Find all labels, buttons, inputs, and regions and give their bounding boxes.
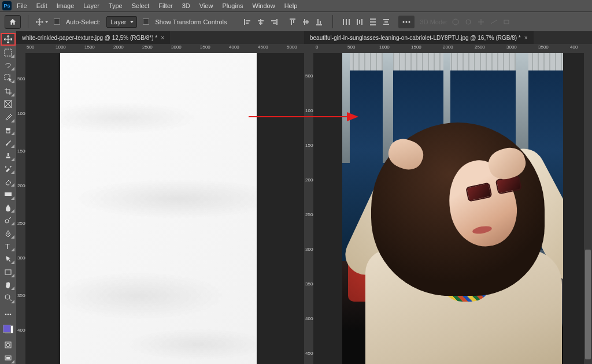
pen-tool[interactable] — [1, 227, 15, 239]
home-button[interactable] — [5, 15, 21, 29]
clone-stamp-tool[interactable] — [1, 150, 15, 161]
menu-select[interactable]: Select — [128, 1, 154, 10]
align-group-1 — [241, 16, 280, 28]
document-tabbar-right: beautiful-girl-in-sunglasses-leaning-on-… — [304, 31, 592, 44]
main-menubar: Ps File Edit Image Layer Type Select Fil… — [0, 0, 592, 12]
3d-pan-icon[interactable] — [476, 17, 486, 27]
scrollbar-vertical-right[interactable] — [584, 53, 592, 364]
align-top-edges-icon[interactable] — [286, 16, 299, 28]
align-vertical-centers-icon[interactable] — [299, 16, 312, 28]
svg-rect-29 — [383, 24, 389, 25]
ruler-tick: 3500 — [200, 44, 210, 50]
brush-tool[interactable] — [1, 137, 15, 148]
ruler-vertical-left[interactable]: 500 1000 1500 2000 2500 3000 3500 4000 — [16, 53, 25, 364]
show-transform-checkbox[interactable] — [143, 18, 149, 25]
object-selection-tool[interactable] — [1, 72, 15, 84]
rectangle-tool[interactable] — [1, 266, 15, 277]
canvas-right[interactable] — [313, 53, 584, 364]
app-logo-icon[interactable]: Ps — [2, 1, 12, 10]
distribute-vertical-icon[interactable] — [367, 16, 379, 28]
svg-rect-7 — [271, 20, 276, 21]
auto-select-target-select[interactable]: Layer — [106, 16, 138, 28]
svg-rect-17 — [320, 21, 321, 24]
align-left-edges-icon[interactable] — [241, 16, 254, 28]
foreground-background-color[interactable] — [3, 325, 13, 333]
ruler-vertical-right[interactable]: 500 1000 1500 2000 2500 3000 3500 4000 4… — [304, 53, 313, 364]
ruler-tick: 4500 — [258, 44, 268, 50]
align-horizontal-centers-icon[interactable] — [254, 16, 267, 28]
hand-tool[interactable] — [1, 279, 15, 291]
svg-rect-53 — [6, 357, 10, 359]
svg-rect-18 — [343, 19, 344, 25]
svg-rect-15 — [316, 24, 322, 25]
move-tool-preset[interactable] — [35, 16, 48, 28]
auto-select-checkbox[interactable] — [54, 18, 60, 25]
foreground-color-swatch[interactable] — [3, 325, 11, 333]
crop-tool[interactable] — [1, 85, 15, 96]
distribute-vertical-centers-icon[interactable] — [380, 16, 393, 28]
separator — [28, 15, 28, 28]
3d-orbit-icon[interactable] — [451, 17, 460, 27]
horizontal-type-tool[interactable]: T — [1, 240, 15, 252]
document-tab-right[interactable]: beautiful-girl-in-sunglasses-leaning-on-… — [304, 31, 534, 44]
3d-mode-label: 3D Mode: — [420, 18, 448, 25]
distribute-horizontal-icon[interactable] — [340, 16, 353, 28]
3d-roll-icon[interactable] — [464, 17, 473, 27]
svg-rect-5 — [259, 23, 262, 24]
svg-point-42 — [5, 220, 9, 223]
toolbar: T — [0, 31, 16, 364]
menu-window[interactable]: Window — [249, 1, 279, 10]
ruler-tick: 2000 — [113, 44, 124, 50]
spot-healing-brush-tool[interactable] — [1, 124, 15, 136]
3d-zoom-icon[interactable] — [502, 17, 511, 27]
align-bottom-edges-icon[interactable] — [313, 16, 325, 28]
ruler-horizontal-left[interactable]: 500 1000 1500 2000 2500 3000 3500 4000 4… — [16, 44, 304, 53]
svg-rect-45 — [5, 270, 11, 274]
menu-plugins[interactable]: Plugins — [218, 1, 247, 10]
eraser-tool[interactable] — [1, 176, 15, 187]
edit-toolbar-button[interactable] — [1, 309, 15, 320]
svg-point-32 — [408, 21, 410, 23]
more-options-button[interactable] — [398, 16, 415, 28]
zoom-tool[interactable] — [1, 292, 15, 303]
separator — [332, 15, 333, 28]
document-tab-left[interactable]: white-crinkled-paper-texture.jpg @ 12,5%… — [16, 31, 170, 44]
history-brush-tool[interactable] — [1, 163, 15, 174]
svg-point-51 — [6, 343, 10, 347]
quick-mask-toggle[interactable] — [1, 339, 15, 351]
menu-filter[interactable]: Filter — [154, 1, 176, 10]
auto-select-label: Auto-Select: — [66, 18, 101, 25]
paper-texture-image — [60, 53, 257, 364]
menu-layer[interactable]: Layer — [79, 1, 103, 10]
menu-help[interactable]: Help — [280, 1, 302, 10]
svg-rect-35 — [5, 49, 12, 56]
close-tab-icon[interactable]: × — [161, 35, 164, 41]
distribute-horizontal-centers-icon[interactable] — [353, 16, 366, 28]
menu-view[interactable]: View — [195, 1, 217, 10]
3d-slide-icon[interactable] — [489, 17, 498, 27]
path-selection-tool[interactable] — [1, 253, 15, 265]
gradient-tool[interactable] — [1, 188, 15, 200]
menu-file[interactable]: File — [13, 1, 31, 10]
lasso-tool[interactable] — [1, 60, 15, 71]
move-tool[interactable] — [1, 34, 15, 45]
menu-edit[interactable]: Edit — [32, 1, 51, 10]
rectangular-marquee-tool[interactable] — [1, 46, 15, 58]
align-right-edges-icon[interactable] — [268, 16, 280, 28]
close-tab-icon[interactable]: × — [524, 35, 528, 41]
svg-rect-34 — [504, 20, 509, 24]
document-tab-right-title: beautiful-girl-in-sunglasses-leaning-on-… — [310, 35, 521, 41]
screen-mode-toggle[interactable] — [1, 352, 15, 364]
svg-point-47 — [5, 313, 7, 315]
workspace: T white-crinkled-paper-texture.jpg @ 12,… — [0, 31, 592, 364]
blur-tool[interactable] — [1, 202, 15, 213]
canvas-left[interactable] — [25, 53, 304, 364]
ruler-horizontal-right[interactable]: 0 500 1000 1500 2000 2500 3000 3500 400 — [304, 44, 592, 53]
eyedropper-tool[interactable] — [1, 111, 15, 122]
scrollbar-thumb[interactable] — [585, 250, 591, 359]
frame-tool[interactable] — [1, 98, 15, 110]
menu-type[interactable]: Type — [105, 1, 127, 10]
dodge-tool[interactable] — [1, 214, 15, 226]
menu-image[interactable]: Image — [53, 1, 79, 10]
menu-3d[interactable]: 3D — [178, 1, 194, 10]
